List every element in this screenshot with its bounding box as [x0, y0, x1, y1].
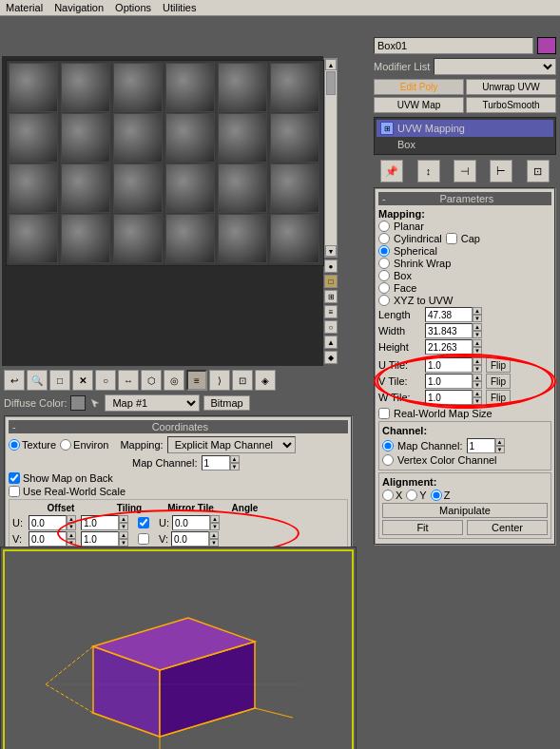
map-dropdown[interactable]: Map #1: [105, 394, 200, 412]
toolbar-btn-x[interactable]: ✕: [72, 370, 93, 391]
v-tile-down[interactable]: ▼: [473, 381, 482, 389]
channel-input[interactable]: [467, 438, 495, 453]
menu-options[interactable]: Options: [115, 2, 151, 13]
sphere-cell[interactable]: [113, 113, 163, 163]
u-tile-up[interactable]: ▲: [473, 357, 482, 365]
side-icon-1[interactable]: ●: [324, 259, 338, 273]
map-channel-spinner[interactable]: ▲ ▼: [202, 455, 240, 471]
sphere-cell[interactable]: [218, 113, 267, 163]
sphere-cell[interactable]: [9, 63, 58, 112]
nav-forward-icon[interactable]: ⊡: [527, 160, 550, 182]
w-tile-input[interactable]: [425, 390, 473, 405]
v-offset-up[interactable]: ▲: [67, 531, 76, 539]
u-flip-button[interactable]: Flip: [486, 357, 511, 373]
u-angle-up[interactable]: ▲: [210, 515, 220, 523]
v-tiling-down[interactable]: ▼: [119, 539, 128, 547]
sphere-cell[interactable]: [61, 214, 110, 263]
channel-up[interactable]: ▲: [495, 438, 505, 446]
length-spinner[interactable]: ▲ ▼: [425, 307, 482, 322]
unwrap-uvw-button[interactable]: Unwrap UVW: [466, 79, 556, 95]
u-angle-input[interactable]: [172, 515, 210, 530]
center-button[interactable]: Center: [467, 520, 548, 535]
u-offset-input[interactable]: [29, 515, 67, 530]
sphere-cell[interactable]: [270, 214, 319, 263]
bitmap-button[interactable]: Bitmap: [203, 395, 249, 411]
v-angle-input[interactable]: [171, 531, 209, 547]
x-radio[interactable]: [382, 490, 394, 501]
u-offset-down[interactable]: ▼: [67, 523, 76, 530]
v-flip-button[interactable]: Flip: [486, 374, 511, 389]
environ-radio[interactable]: [60, 439, 71, 451]
w-tile-down[interactable]: ▼: [473, 397, 482, 405]
w-tile-spinner[interactable]: ▲ ▼: [425, 390, 482, 405]
height-down[interactable]: ▼: [473, 347, 482, 355]
channel-down[interactable]: ▼: [495, 446, 505, 453]
sphere-cell[interactable]: [61, 63, 110, 112]
side-icon-4[interactable]: ≡: [324, 305, 338, 318]
toolbar-btn-9[interactable]: ⟩: [209, 370, 230, 391]
sphere-cell[interactable]: [270, 113, 319, 163]
sphere-cell[interactable]: [61, 163, 110, 213]
sphere-cell[interactable]: [61, 113, 110, 163]
u-offset-up[interactable]: ▲: [67, 515, 76, 523]
toolbar-btn-11[interactable]: ◈: [255, 370, 276, 391]
fit-button[interactable]: Fit: [382, 520, 463, 535]
texture-radio[interactable]: [9, 439, 20, 451]
sphere-cell[interactable]: [270, 163, 319, 213]
planar-radio[interactable]: [378, 221, 390, 232]
v-tiling-up[interactable]: ▲: [119, 531, 128, 539]
map-channel-radio[interactable]: [382, 440, 394, 451]
toolbar-btn-7[interactable]: ◎: [164, 370, 184, 391]
menu-utilities[interactable]: Utilities: [163, 2, 196, 13]
nav-select-icon[interactable]: ⊣: [454, 160, 476, 182]
real-world-checkbox[interactable]: [9, 486, 20, 497]
stack-item-box[interactable]: Box: [377, 137, 553, 152]
u-tile-input[interactable]: [425, 357, 473, 373]
sphere-cell[interactable]: [218, 214, 267, 263]
side-icon-3[interactable]: ⊞: [324, 290, 338, 303]
face-radio[interactable]: [378, 282, 390, 294]
sphere-cell[interactable]: [9, 113, 58, 163]
toolbar-btn-10[interactable]: ⊡: [232, 370, 253, 391]
sphere-cell[interactable]: [113, 63, 163, 112]
show-map-checkbox[interactable]: [9, 472, 20, 484]
map-channel-down[interactable]: ▼: [230, 463, 240, 471]
toolbar-btn-6[interactable]: ⬡: [141, 370, 162, 391]
shrink-wrap-radio[interactable]: [378, 258, 390, 269]
uvw-map-button[interactable]: UVW Map: [374, 97, 464, 113]
u-tile-down[interactable]: ▼: [473, 365, 482, 373]
v-offset-input[interactable]: [29, 531, 67, 547]
u-mirror-check[interactable]: [138, 517, 149, 528]
sphere-cell[interactable]: [113, 214, 163, 263]
sphere-cell[interactable]: [218, 163, 267, 213]
viewport[interactable]: Y: [0, 547, 357, 749]
z-radio[interactable]: [431, 490, 442, 501]
v-mirror-check[interactable]: [138, 533, 149, 545]
sphere-cell[interactable]: [9, 214, 58, 263]
toolbar-btn-2[interactable]: 🔍: [27, 370, 48, 391]
scroll-up-btn[interactable]: ▲: [325, 59, 337, 70]
v-tiling-input[interactable]: [81, 531, 119, 547]
diffuse-color-swatch[interactable]: [70, 395, 86, 411]
v-tile-spinner[interactable]: ▲ ▼: [425, 374, 482, 389]
object-color-swatch[interactable]: [537, 37, 556, 54]
spherical-radio[interactable]: [378, 245, 390, 257]
u-tiling-input[interactable]: [81, 515, 119, 530]
sphere-cell[interactable]: [165, 214, 215, 263]
edit-poly-button[interactable]: Edit Poly: [374, 79, 464, 95]
menu-material[interactable]: Material: [6, 2, 43, 13]
sphere-cell[interactable]: [165, 113, 215, 163]
width-spinner[interactable]: ▲ ▼: [425, 323, 482, 338]
w-flip-button[interactable]: Flip: [486, 390, 511, 405]
toolbar-btn-3[interactable]: □: [49, 370, 70, 391]
width-up[interactable]: ▲: [473, 323, 482, 331]
nav-pin-icon[interactable]: 📌: [380, 160, 403, 182]
manipulate-button[interactable]: Manipulate: [382, 503, 548, 518]
w-tile-up[interactable]: ▲: [473, 390, 482, 397]
map-channel-up[interactable]: ▲: [230, 455, 240, 463]
scroll-down-btn[interactable]: ▼: [325, 245, 337, 257]
menu-navigation[interactable]: Navigation: [54, 2, 104, 13]
side-icon-6[interactable]: ▲: [324, 336, 338, 349]
toolbar-btn-5[interactable]: ↔: [118, 370, 139, 391]
toolbar-btn-4[interactable]: ○: [95, 370, 116, 391]
